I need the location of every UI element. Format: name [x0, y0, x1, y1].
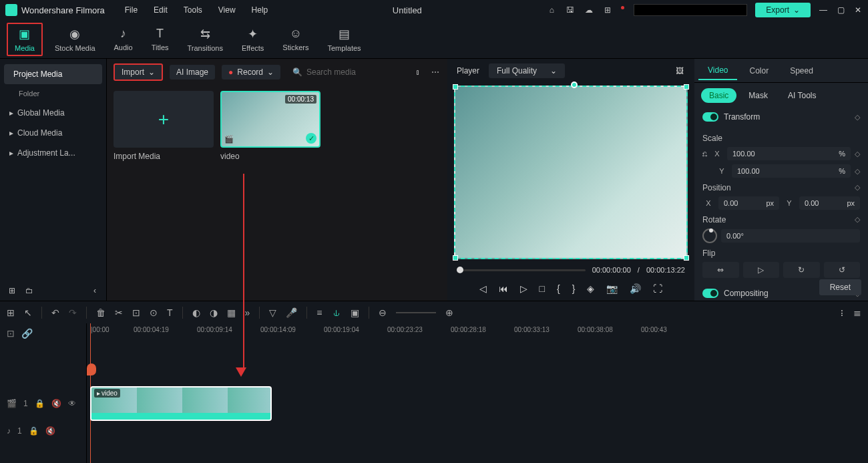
- record-icon[interactable]: ◐: [192, 307, 200, 318]
- preview-viewport[interactable]: [454, 86, 688, 259]
- inspector-sub-aitools[interactable]: AI Tools: [780, 88, 824, 103]
- resize-handle-br[interactable]: [684, 255, 689, 261]
- redo-button[interactable]: ↷: [69, 307, 77, 318]
- tab-stock-media[interactable]: ◉Stock Media: [48, 24, 102, 55]
- inspector-sub-basic[interactable]: Basic: [701, 88, 736, 103]
- lock-icon[interactable]: ⎌: [702, 149, 707, 158]
- mixer-icon[interactable]: ≡: [316, 307, 322, 318]
- marker-icon[interactable]: ▽: [269, 307, 276, 318]
- undo-button[interactable]: ↶: [51, 307, 59, 318]
- zoom-slider[interactable]: [396, 312, 436, 313]
- playhead-handle[interactable]: [87, 363, 96, 375]
- import-media-card[interactable]: + Import Media: [114, 91, 214, 161]
- tab-audio[interactable]: ♪Audio: [107, 24, 140, 54]
- volume-icon[interactable]: 🔊: [630, 283, 641, 294]
- cut-button[interactable]: ✂: [115, 307, 123, 318]
- audio-track-header[interactable]: ♪ 1 🔒 🔇: [0, 421, 86, 441]
- more-icon[interactable]: ⋯: [430, 67, 441, 78]
- video-track-header[interactable]: 🎬 1 🔒 🔇 👁: [0, 386, 86, 421]
- tab-transitions[interactable]: ⇆Transitions: [181, 24, 230, 55]
- render-icon[interactable]: ▣: [351, 307, 359, 318]
- close-button[interactable]: ✕: [853, 5, 863, 15]
- rotate-input[interactable]: 0.00°: [721, 229, 860, 243]
- search-input[interactable]: 🔍Search media: [287, 65, 406, 80]
- lock-icon[interactable]: 🔒: [29, 426, 39, 436]
- quality-select[interactable]: Full Quality⌄: [489, 63, 565, 78]
- magnet-icon[interactable]: ⫝: [332, 307, 341, 318]
- settings-icon[interactable]: ⫶: [839, 307, 844, 318]
- ai-image-button[interactable]: AI Image: [170, 65, 215, 80]
- keyframe-icon[interactable]: ◇: [855, 167, 860, 176]
- stop-button[interactable]: □: [539, 283, 545, 294]
- inspector-sub-mask[interactable]: Mask: [740, 88, 776, 103]
- sidebar-cloud-media[interactable]: ▸Cloud Media: [0, 123, 106, 143]
- mute-icon[interactable]: 🔇: [45, 426, 55, 436]
- sidebar-folder[interactable]: Folder: [0, 84, 106, 103]
- maximize-button[interactable]: ▢: [836, 5, 845, 15]
- folder-icon[interactable]: 🗀: [24, 285, 35, 296]
- more-icon[interactable]: »: [245, 307, 250, 318]
- record-button[interactable]: ●Record⌄: [222, 65, 280, 80]
- inspector-tab-speed[interactable]: Speed: [781, 62, 823, 80]
- import-button[interactable]: Import⌄: [114, 63, 163, 81]
- scale-x-input[interactable]: 100.00%: [727, 147, 851, 160]
- camera-icon[interactable]: 📷: [606, 283, 618, 294]
- export-button[interactable]: Export⌄: [755, 3, 811, 17]
- snapshot-icon[interactable]: 🖼: [674, 65, 685, 76]
- transform-toggle[interactable]: [702, 112, 718, 122]
- tab-stickers[interactable]: ☺Stickers: [276, 24, 315, 54]
- flip-v-button[interactable]: ▷: [743, 262, 780, 278]
- timeline-tracks[interactable]: |00:00 00:00:04:19 00:00:09:14 00:00:14:…: [87, 323, 868, 463]
- prev-frame-button[interactable]: ◁: [479, 283, 487, 294]
- rotate-handle[interactable]: [571, 82, 578, 88]
- color-icon[interactable]: ◑: [210, 307, 218, 318]
- filter-icon[interactable]: ⫾: [413, 67, 423, 78]
- keyframe-icon[interactable]: ◇: [855, 113, 860, 122]
- lock-icon[interactable]: 🔒: [35, 399, 45, 408]
- menu-tools[interactable]: Tools: [184, 5, 202, 15]
- rotate-dial[interactable]: [702, 228, 717, 243]
- resize-handle-tr[interactable]: [684, 84, 689, 90]
- menu-edit[interactable]: Edit: [154, 5, 168, 15]
- media-card-video[interactable]: 00:00:13 ✓ 🎬 video: [220, 91, 320, 161]
- step-back-button[interactable]: ⏮: [499, 283, 508, 294]
- mark-in-button[interactable]: {: [557, 283, 560, 294]
- sidebar-global-media[interactable]: ▸Global Media: [0, 103, 106, 123]
- time-ruler[interactable]: |00:00 00:00:04:19 00:00:09:14 00:00:14:…: [87, 323, 868, 343]
- account-box[interactable]: [634, 4, 747, 16]
- minimize-button[interactable]: —: [819, 5, 828, 15]
- play-button[interactable]: ▷: [520, 283, 527, 294]
- menu-file[interactable]: File: [125, 5, 138, 15]
- device-icon[interactable]: ⌂: [546, 5, 557, 15]
- new-folder-icon[interactable]: ⊞: [7, 285, 17, 296]
- rotate-cw-button[interactable]: ↻: [783, 262, 820, 278]
- sidebar-project-media[interactable]: Project Media: [4, 64, 102, 84]
- grid-icon[interactable]: ⊞: [602, 5, 613, 15]
- flip-h-button[interactable]: ⇔: [702, 262, 739, 278]
- zoom-in-icon[interactable]: ⊕: [445, 307, 453, 318]
- fullscreen-icon[interactable]: ⛶: [653, 283, 662, 294]
- resize-handle-bl[interactable]: [453, 255, 458, 261]
- pos-x-input[interactable]: 0.00px: [718, 196, 779, 210]
- resize-handle-tl[interactable]: [453, 84, 458, 90]
- mic-icon[interactable]: 🎤: [286, 307, 297, 318]
- keyframe-icon[interactable]: ◇: [855, 215, 860, 224]
- inspector-tab-color[interactable]: Color: [740, 62, 778, 80]
- timeline-options-icon[interactable]: ⊡: [7, 328, 15, 339]
- grid-view-icon[interactable]: ⊞: [7, 307, 15, 318]
- compositing-toggle[interactable]: [702, 289, 718, 298]
- progress-slider[interactable]: [457, 269, 586, 271]
- save-icon[interactable]: 🖫: [565, 5, 576, 15]
- speed-icon[interactable]: ⊙: [150, 307, 158, 318]
- keyframe-icon[interactable]: ◇: [855, 150, 860, 158]
- delete-button[interactable]: 🗑: [96, 307, 105, 318]
- tab-titles[interactable]: TTitles: [145, 24, 176, 54]
- mute-icon[interactable]: 🔇: [51, 399, 61, 408]
- sidebar-adjustment[interactable]: ▸Adjustment La...: [0, 143, 106, 163]
- marker-button[interactable]: ◈: [587, 283, 594, 294]
- crop-button[interactable]: ⊡: [132, 307, 140, 318]
- collapse-icon[interactable]: ‹: [89, 285, 100, 296]
- reset-button[interactable]: Reset: [819, 279, 861, 295]
- visibility-icon[interactable]: 👁: [68, 399, 76, 408]
- rotate-ccw-button[interactable]: ↺: [824, 262, 861, 278]
